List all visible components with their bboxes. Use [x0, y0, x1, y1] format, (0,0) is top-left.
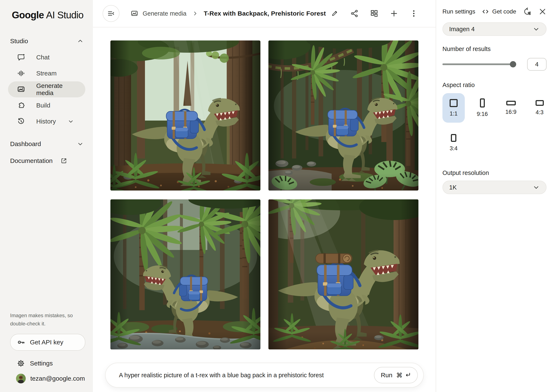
nav-label: Build	[36, 102, 50, 109]
sidebar-footer: Imagen makes mistakes, so double-check i…	[0, 311, 93, 392]
history-icon	[17, 117, 31, 126]
sidebar-item-build[interactable]: Build	[8, 97, 85, 113]
topbar: Generate media T-Rex with Backpack, Preh…	[93, 0, 436, 28]
aspect-ratio-3-4[interactable]: 3:4	[442, 128, 465, 158]
media-canvas: A hyper realistic picture of a t-rex wit…	[93, 28, 436, 392]
sidebar-item-chat[interactable]: Chat	[8, 49, 85, 65]
return-key-icon	[404, 372, 411, 378]
aspect-label: 3:4	[450, 145, 458, 152]
sidebar-nav: Chat Stream Generate media Build	[0, 49, 93, 129]
sidebar-section-studio[interactable]: Studio	[0, 36, 93, 46]
get-code-label: Get code	[492, 8, 516, 15]
number-of-results-row: 4	[442, 58, 546, 70]
breadcrumb-label: Generate media	[143, 10, 186, 17]
edit-title-icon[interactable]	[331, 10, 338, 17]
chevron-down-icon	[533, 26, 540, 33]
generated-image-2[interactable]	[269, 41, 418, 190]
nav-label: Chat	[36, 54, 49, 61]
account-button[interactable]: tezan@google.com	[10, 371, 85, 386]
model-select[interactable]: Imagen 4	[442, 22, 546, 36]
puzzle-icon	[17, 101, 31, 110]
aspect-label: 16:9	[505, 109, 517, 115]
google-ai-studio-app: GoogleAI Studio Studio Chat Stream	[0, 0, 552, 392]
aspect-ratio-label: Aspect ratio	[442, 82, 546, 89]
sidebar-item-history[interactable]: History	[8, 113, 85, 129]
generate-media-icon	[131, 9, 138, 17]
disclaimer-text: Imagen makes mistakes, so double-check i…	[10, 311, 80, 328]
disclaimer-line1: Imagen makes mistakes, so	[10, 313, 73, 318]
waveform-icon	[17, 69, 31, 77]
collapse-sidebar-button[interactable]	[103, 5, 119, 22]
sidebar-item-generate-media[interactable]: Generate media	[8, 81, 85, 97]
code-icon	[482, 8, 489, 15]
aspect-9-16-icon	[480, 98, 485, 107]
generated-image-grid	[110, 41, 418, 350]
chevron-down-icon	[77, 140, 84, 147]
chevron-right-icon	[192, 10, 198, 17]
output-resolution-label: Output resolution	[442, 169, 546, 176]
layout-grid-icon[interactable]	[370, 9, 378, 18]
studio-section-label: Studio	[10, 37, 28, 45]
prompt-input[interactable]: A hyper realistic picture of a t-rex wit…	[119, 372, 374, 379]
aspect-ratio-9-16[interactable]: 9:16	[471, 93, 493, 123]
sidebar-section-dashboard[interactable]: Dashboard	[0, 139, 93, 149]
share-icon[interactable]	[350, 9, 359, 18]
key-icon	[17, 338, 25, 346]
dashboard-section-label: Dashboard	[10, 140, 41, 147]
settings-label: Settings	[30, 360, 53, 367]
aspect-ratio-4-3[interactable]: 4:3	[528, 93, 551, 123]
disclaimer-line2: double-check it.	[10, 321, 46, 326]
number-of-results-label: Number of results	[442, 46, 546, 52]
aspect-ratio-options: 1:1 9:16 16:9 4:3 3:4	[442, 93, 552, 158]
run-settings-title: Run settings	[442, 8, 475, 15]
more-vert-icon[interactable]	[410, 9, 418, 18]
generated-image-1[interactable]	[110, 41, 260, 190]
generated-image-3[interactable]	[110, 199, 260, 350]
run-label: Run	[381, 371, 392, 379]
sidebar-item-stream[interactable]: Stream	[8, 65, 85, 81]
main-content: Generate media T-Rex with Backpack, Preh…	[93, 0, 436, 392]
model-select-value: Imagen 4	[449, 26, 475, 33]
run-button[interactable]: Run ⌘	[374, 367, 418, 383]
aspect-ratio-1-1[interactable]: 1:1	[442, 93, 465, 123]
sidebar: GoogleAI Studio Studio Chat Stream	[0, 0, 93, 392]
nav-label: Stream	[36, 70, 57, 77]
get-api-key-label: Get API key	[30, 339, 63, 346]
generate-media-icon	[17, 85, 31, 94]
page-title: T-Rex with Backpack, Prehistoric Forest	[204, 10, 326, 17]
get-api-key-button[interactable]: Get API key	[10, 334, 85, 351]
breadcrumb[interactable]: Generate media	[131, 9, 186, 17]
generated-image-4[interactable]	[269, 199, 418, 350]
aspect-ratio-16-9[interactable]: 16:9	[500, 93, 522, 123]
output-resolution-select[interactable]: 1K	[442, 181, 546, 194]
get-code-button[interactable]: Get code	[482, 8, 516, 15]
results-slider[interactable]	[442, 63, 515, 65]
external-link-icon	[56, 157, 67, 164]
chevron-up-icon	[77, 38, 84, 44]
logo-ai-studio: AI Studio	[46, 9, 83, 21]
aspect-1-1-icon	[450, 99, 458, 107]
aspect-label: 4:3	[536, 109, 544, 116]
command-key-icon: ⌘	[396, 371, 403, 379]
add-icon[interactable]	[390, 9, 398, 18]
aspect-4-3-icon	[536, 100, 544, 106]
run-settings-panel: Run settings Get code Imagen 4 Number of…	[436, 0, 552, 392]
avatar	[16, 374, 26, 383]
settings-button[interactable]: Settings	[10, 356, 85, 371]
aspect-16-9-icon	[506, 101, 516, 105]
output-resolution-value: 1K	[449, 184, 456, 191]
sidebar-item-documentation[interactable]: Documentation	[0, 157, 93, 164]
topbar-actions	[350, 9, 436, 18]
slider-thumb[interactable]	[510, 61, 516, 67]
chat-icon	[17, 53, 31, 62]
nav-label: History	[36, 118, 56, 125]
nav-label: Generate media	[36, 82, 79, 97]
menu-open-icon	[107, 10, 115, 17]
aspect-3-4-icon	[451, 134, 456, 142]
results-value[interactable]: 4	[527, 58, 546, 70]
prompt-bar: A hyper realistic picture of a t-rex wit…	[105, 363, 424, 388]
chevron-down-icon	[68, 118, 79, 125]
reset-settings-icon[interactable]	[523, 7, 531, 16]
close-panel-icon[interactable]	[538, 7, 546, 16]
documentation-label: Documentation	[10, 157, 53, 164]
